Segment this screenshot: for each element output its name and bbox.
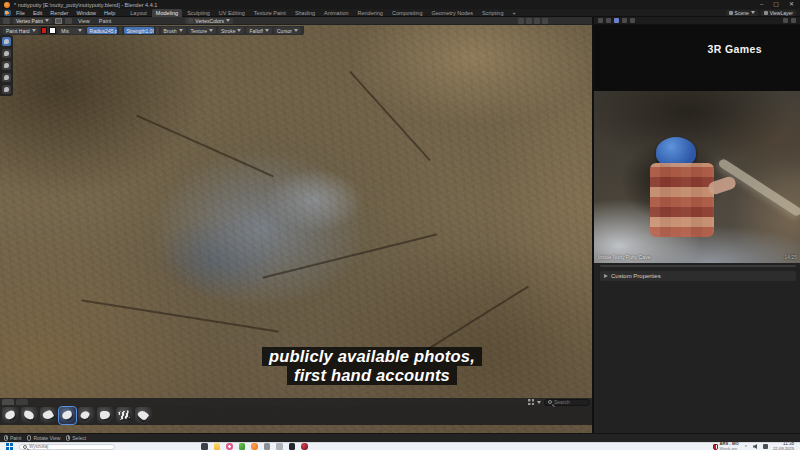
average-brush-tool[interactable] — [2, 61, 11, 70]
smear-brush-tool[interactable] — [2, 73, 11, 82]
paint-mask-toggle[interactable] — [55, 18, 62, 24]
app-icon-p[interactable] — [276, 443, 283, 450]
asset-search-input[interactable] — [554, 399, 588, 405]
radius-pressure-icon[interactable] — [119, 27, 122, 34]
brush-asset[interactable] — [2, 407, 19, 424]
overlays-icon[interactable] — [534, 18, 540, 24]
asset-shelf — [0, 398, 592, 425]
start-button[interactable] — [6, 443, 13, 450]
blender-app-icon[interactable] — [4, 10, 11, 16]
taskbar-search-input[interactable] — [29, 444, 109, 449]
windows-taskbar: ARS - MO Wynik gry ⌃ 11:38 22.09.2025 — [0, 442, 800, 450]
scene-selector[interactable]: Scene — [726, 10, 758, 16]
blend-mode-dropdown[interactable]: Mix — [58, 28, 84, 34]
brush-dropdown[interactable]: Paint Hard — [3, 28, 39, 34]
tray-overflow-chevron[interactable]: ⌃ — [744, 444, 748, 450]
strength-slider[interactable]: Strength 1.000 — [124, 27, 154, 34]
secondary-color-swatch[interactable] — [49, 27, 56, 34]
gradient-tool[interactable] — [2, 85, 11, 94]
proportional-edit-icon[interactable] — [518, 18, 524, 24]
app-icon-green[interactable] — [239, 443, 246, 450]
display-size-icon[interactable] — [528, 399, 534, 405]
add-workspace-button[interactable]: + — [508, 9, 519, 17]
window-title: * nuttyputty [E:\nutty_putty\nuttyputty.… — [14, 2, 157, 8]
blender-taskbar-icon[interactable] — [251, 443, 258, 450]
tab-sculpting[interactable]: Sculpting — [183, 9, 214, 17]
chevron-down-icon — [45, 19, 49, 22]
app-icon-red[interactable] — [301, 443, 308, 450]
brush-popover[interactable]: Brush — [161, 27, 186, 34]
tab-layout[interactable]: Layout — [126, 9, 151, 17]
app-icon-pink[interactable] — [226, 443, 233, 450]
menu-help[interactable]: Help — [101, 9, 118, 17]
asset-shelf-tab-brushes[interactable] — [2, 399, 14, 405]
asset-shelf-tab[interactable] — [16, 399, 28, 405]
pin-icon[interactable] — [622, 18, 627, 23]
menu-paint[interactable]: Paint — [96, 17, 115, 25]
radius-slider[interactable]: Radius 245 px — [87, 27, 117, 34]
brush-asset[interactable] — [40, 407, 57, 424]
expand-icon[interactable] — [791, 18, 796, 23]
brush-asset[interactable] — [116, 407, 133, 424]
scene-icon — [729, 11, 733, 15]
editor-type-icon[interactable] — [3, 18, 10, 24]
mode-dropdown[interactable]: Vertex Paint — [13, 18, 52, 24]
viewport-header: Vertex Paint View Paint VertexColors — [0, 17, 592, 25]
view-layer-selector[interactable]: ViewLayer — [761, 10, 796, 16]
maximize-button[interactable]: ▢ — [773, 0, 779, 9]
options-icon[interactable] — [783, 18, 788, 23]
menu-render[interactable]: Render — [47, 9, 71, 17]
tab-scripting[interactable]: Scripting — [478, 9, 507, 17]
texture-popover[interactable]: Texture — [188, 27, 216, 34]
network-icon[interactable] — [763, 444, 768, 449]
brush-asset[interactable] — [135, 407, 152, 424]
taskbar-search[interactable] — [19, 444, 115, 450]
snapping-icon[interactable] — [526, 18, 532, 24]
primary-color-swatch[interactable] — [41, 27, 48, 34]
menu-view[interactable]: View — [75, 17, 93, 25]
app-icon-gray[interactable] — [264, 443, 271, 450]
tab-geometry-nodes[interactable]: Geometry Nodes — [428, 9, 478, 17]
tab-modeling[interactable]: Modeling — [152, 9, 182, 17]
asset-search[interactable] — [544, 399, 590, 406]
color-attribute-dropdown[interactable]: VertexColors — [185, 18, 233, 24]
vertex-mask-toggle[interactable] — [65, 18, 72, 24]
custom-properties-section[interactable]: Custom Properties — [600, 271, 796, 281]
sports-score-widget[interactable]: ARS - MO Wynik gry — [713, 442, 739, 450]
brush-asset-selected[interactable] — [59, 407, 76, 424]
tab-shading[interactable]: Shading — [291, 9, 319, 17]
shading-mode-icon[interactable] — [542, 18, 548, 24]
tab-compositing[interactable]: Compositing — [388, 9, 427, 17]
brush-asset[interactable] — [78, 407, 95, 424]
image-menu-icon[interactable] — [606, 18, 611, 23]
taskbar-clock[interactable]: 11:38 22.09.2025 — [773, 442, 794, 450]
reference-photo[interactable]: Inside Nutty Putty Cave 14:25 — [594, 91, 800, 263]
falloff-popover[interactable]: Falloff — [246, 27, 272, 34]
tab-texture-paint[interactable]: Texture Paint — [250, 9, 290, 17]
stroke-popover[interactable]: Stroke — [218, 27, 244, 34]
draw-brush-tool[interactable] — [2, 37, 11, 46]
file-explorer-icon[interactable] — [214, 443, 221, 450]
reference-panel: 3R Games Inside Nutty Putty Cave 14:25 C… — [592, 17, 800, 433]
menu-file[interactable]: File — [13, 9, 28, 17]
menu-window[interactable]: Window — [73, 9, 99, 17]
task-view-icon[interactable] — [201, 443, 208, 450]
image-datablock-icon[interactable] — [614, 18, 619, 23]
tab-animation[interactable]: Animation — [320, 9, 352, 17]
brush-asset[interactable] — [97, 407, 114, 424]
tab-uv-editing[interactable]: UV Editing — [215, 9, 249, 17]
blender-logo-icon — [4, 2, 10, 8]
image-editor-header[interactable] — [594, 17, 800, 25]
minimize-button[interactable]: – — [760, 0, 763, 9]
strength-pressure-icon[interactable] — [156, 27, 159, 34]
volume-icon[interactable] — [753, 444, 758, 449]
view-icon[interactable] — [630, 18, 635, 23]
menu-edit[interactable]: Edit — [30, 9, 45, 17]
tab-rendering[interactable]: Rendering — [354, 9, 387, 17]
cursor-popover[interactable]: Cursor — [274, 27, 301, 34]
brush-asset[interactable] — [21, 407, 38, 424]
editor-type-icon[interactable] — [598, 18, 603, 23]
app-icon-dark[interactable] — [289, 443, 296, 450]
blur-brush-tool[interactable] — [2, 49, 11, 58]
close-button[interactable]: ✕ — [789, 0, 794, 9]
